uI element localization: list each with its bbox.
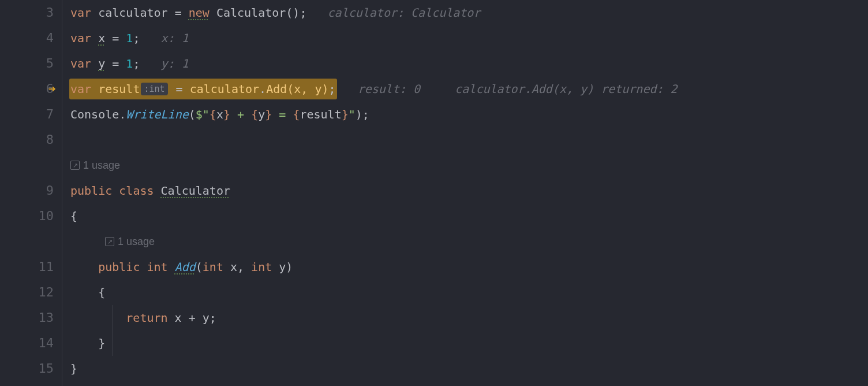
execution-highlight: var result:int = calculator.Add(x, y);: [69, 79, 337, 99]
gutter-gap: [0, 153, 62, 178]
keyword: var: [70, 76, 91, 102]
usage-icon: ↗: [105, 237, 114, 246]
variable: calculator: [190, 76, 259, 102]
variable: calculator: [98, 0, 167, 25]
keyword: return: [126, 305, 167, 331]
method-call: WriteLine: [126, 102, 188, 127]
variable: y: [98, 51, 105, 76]
variable: result: [98, 76, 140, 102]
keyword: public: [70, 178, 112, 203]
code-area[interactable]: var calculator = new Calculator(); calcu…: [62, 0, 868, 386]
inline-hint: x: 1: [161, 25, 189, 51]
code-line[interactable]: public int Add(int x, int y): [70, 254, 868, 280]
method-call: Add: [266, 76, 287, 102]
current-line[interactable]: var result:int = calculator.Add(x, y); r…: [70, 76, 868, 102]
keyword: var: [70, 25, 91, 51]
code-editor: 3 4 5 6 ➔ 7 8 9 10 11 12 13 14 15 var ca…: [0, 0, 868, 386]
code-line[interactable]: }: [70, 331, 868, 356]
code-line[interactable]: public class Calculator: [70, 178, 868, 203]
code-line[interactable]: Console.WriteLine($"{x} + {y} = {result}…: [70, 102, 868, 127]
code-line[interactable]: {: [70, 280, 868, 305]
line-number[interactable]: 15: [0, 356, 62, 381]
keyword: public: [98, 254, 140, 280]
code-line[interactable]: {: [70, 203, 868, 229]
number: 1: [126, 51, 133, 76]
inline-hint: calculator: Calculator: [328, 0, 481, 25]
line-number[interactable]: 8: [0, 127, 62, 153]
usage-icon: ↗: [70, 161, 80, 170]
code-line[interactable]: var y = 1; y: 1: [70, 51, 868, 76]
keyword: var: [70, 0, 91, 25]
code-line[interactable]: [70, 127, 868, 153]
execution-arrow-icon: ➔: [48, 76, 56, 102]
inline-type-hint: :int: [141, 83, 167, 95]
gutter: 3 4 5 6 ➔ 7 8 9 10 11 12 13 14 15: [0, 0, 62, 386]
line-number[interactable]: 5: [0, 51, 62, 76]
inline-hint: y: 1: [161, 51, 189, 76]
line-number[interactable]: 7: [0, 102, 62, 127]
code-line[interactable]: var x = 1; x: 1: [70, 25, 868, 51]
gutter-gap: [0, 229, 62, 254]
code-line[interactable]: return x + y;: [70, 305, 868, 331]
keyword: new: [189, 0, 209, 25]
line-number[interactable]: 9: [0, 178, 62, 203]
method-name: Add: [175, 254, 196, 280]
type-ref: Console: [70, 102, 119, 127]
number: 1: [126, 25, 133, 51]
line-number[interactable]: 11: [0, 254, 62, 280]
variable: x: [98, 25, 105, 51]
line-number[interactable]: 10: [0, 203, 62, 229]
keyword: class: [119, 178, 154, 203]
line-number[interactable]: 14: [0, 331, 62, 356]
line-number[interactable]: 3: [0, 0, 62, 25]
line-number[interactable]: 4: [0, 25, 62, 51]
keyword: var: [70, 51, 91, 76]
code-line[interactable]: var calculator = new Calculator(); calcu…: [70, 0, 868, 25]
debug-value-hint: result: 0: [358, 76, 420, 102]
usage-hint[interactable]: ↗1 usage: [70, 229, 868, 254]
line-number[interactable]: 13: [0, 305, 62, 331]
type-ref: Calculator: [209, 0, 286, 25]
keyword: int: [147, 254, 167, 280]
debug-value-hint: calculator.Add(x, y) returned: 2: [455, 76, 677, 102]
code-line[interactable]: }: [70, 356, 868, 381]
usage-hint[interactable]: ↗1 usage: [70, 153, 868, 178]
line-number[interactable]: 12: [0, 280, 62, 305]
class-name: Calculator: [161, 178, 230, 203]
line-number[interactable]: 6 ➔: [0, 76, 62, 102]
